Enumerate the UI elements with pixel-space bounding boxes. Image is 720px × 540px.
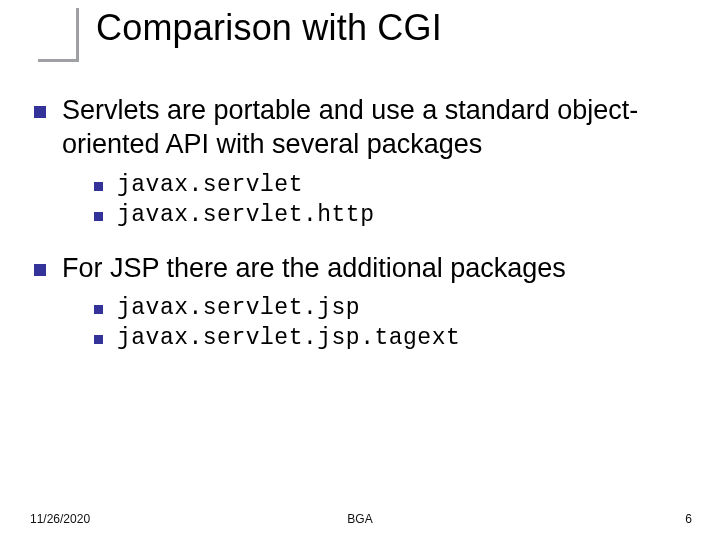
list-item: javax.servlet [94, 172, 690, 198]
square-bullet-icon [34, 264, 46, 276]
slide-body: Servlets are portable and use a standard… [34, 94, 690, 375]
code-text: javax.servlet.http [117, 202, 374, 228]
code-text: javax.servlet.jsp.tagext [117, 325, 460, 351]
title-frame-bottom-line [38, 59, 78, 62]
list-item-text: Servlets are portable and use a standard… [62, 94, 690, 162]
title-frame-left-line [76, 8, 79, 62]
list-item: For JSP there are the additional package… [34, 252, 690, 286]
list-item: javax.servlet.jsp.tagext [94, 325, 690, 351]
code-text: javax.servlet.jsp [117, 295, 360, 321]
footer-center: BGA [0, 512, 720, 526]
square-bullet-icon [34, 106, 46, 118]
code-text: javax.servlet [117, 172, 303, 198]
slide-title-frame: Comparison with CGI [38, 8, 442, 62]
square-bullet-icon [94, 335, 103, 344]
slide-title: Comparison with CGI [96, 8, 442, 48]
square-bullet-icon [94, 305, 103, 314]
list-item: Servlets are portable and use a standard… [34, 94, 690, 162]
list-item-text: For JSP there are the additional package… [62, 252, 566, 286]
list-item: javax.servlet.http [94, 202, 690, 228]
footer-page-number: 6 [685, 512, 692, 526]
square-bullet-icon [94, 182, 103, 191]
list-item: javax.servlet.jsp [94, 295, 690, 321]
square-bullet-icon [94, 212, 103, 221]
sublist: javax.servlet javax.servlet.http [94, 172, 690, 228]
sublist: javax.servlet.jsp javax.servlet.jsp.tage… [94, 295, 690, 351]
